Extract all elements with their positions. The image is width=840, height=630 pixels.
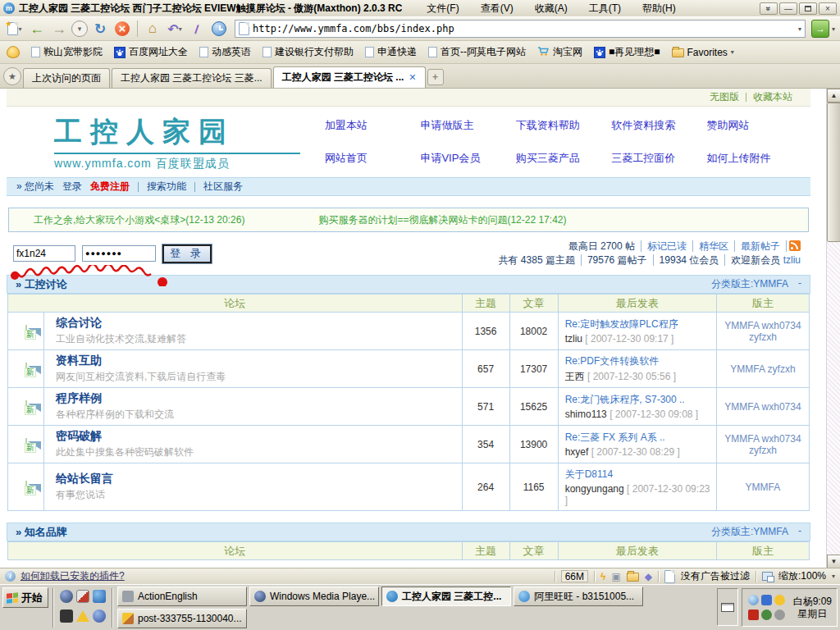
forum-link[interactable]: 给站长留言 (56, 472, 460, 486)
tray-timer-icon[interactable] (774, 609, 785, 620)
no-image-link[interactable]: 无图版 (710, 90, 739, 104)
menu-tools[interactable]: 工具(T) (587, 1, 623, 16)
moderators-links[interactable]: YMMFA wxh0734 zyfzxh (716, 313, 809, 350)
forum-link[interactable]: 资料互助 (56, 354, 460, 368)
link-vip-member[interactable]: 申请VIP会员 (420, 151, 515, 166)
forum-link[interactable]: 密码破解 (56, 429, 460, 444)
bookmark-item[interactable]: 鞍山宽带影院 (31, 45, 103, 59)
mark-read-link[interactable]: 标记已读 (641, 240, 693, 252)
taskbar-clock[interactable]: 白杨9:09 星期日 (792, 596, 832, 620)
new-tab-icon[interactable]: ★▾ (5, 19, 25, 39)
vertical-scrollbar[interactable]: ▲ ▼ (826, 89, 840, 568)
tray-volume-icon[interactable] (761, 609, 772, 620)
windows-icon[interactable]: ▣ (611, 571, 620, 582)
task-media-player[interactable]: Windows Media Playe... (249, 587, 379, 606)
bookmark-item[interactable]: 建设银行支付帮助 (262, 45, 354, 59)
tab-last-visited[interactable]: 上次访问的页面 (23, 68, 110, 88)
link-join-site[interactable]: 加盟本站 (325, 118, 420, 133)
stop-icon[interactable]: × (112, 19, 132, 39)
tab-list-star-icon[interactable]: ★ (3, 67, 21, 85)
forum-link[interactable]: 综合讨论 (56, 316, 460, 331)
site-logo[interactable]: 工控人家园 www.ymmfa.com 百度联盟成员 (54, 113, 300, 171)
quick-app-icon[interactable] (93, 609, 106, 623)
tray-input-method-icon[interactable] (748, 609, 759, 620)
password-input[interactable] (82, 245, 156, 262)
collapse-section-icon[interactable]: - (798, 525, 801, 539)
task-maxthon-active[interactable]: 工控人家园 三菱工控... (381, 587, 511, 606)
quick-warning-icon[interactable] (76, 610, 89, 622)
tab-forum-1[interactable]: 工控人家园 三菱工控论坛 三菱... (112, 68, 272, 88)
keyboard-tray-section[interactable] (717, 588, 738, 626)
link-sponsor[interactable]: 赞助网站 (707, 118, 802, 133)
quick-media-player-icon[interactable] (60, 590, 73, 603)
menu-help[interactable]: 帮助(H) (641, 1, 678, 16)
bookmark-item[interactable]: 申通快递 (365, 45, 417, 59)
history-clock-icon[interactable] (209, 19, 229, 39)
bookmark-item[interactable]: 百度网址大全 (114, 45, 188, 59)
task-aliwangwang[interactable]: 阿里旺旺 - b3151005... (514, 587, 643, 606)
community-service-link[interactable]: 社区服务 (203, 180, 243, 194)
new-member-link[interactable]: tzliu (783, 254, 801, 266)
category-moderator-link[interactable]: 分类版主:YMMFA (711, 277, 788, 291)
menu-file[interactable]: 文件(F) (425, 1, 460, 16)
tray-app-icon[interactable] (761, 595, 772, 605)
zoom-dropdown-icon[interactable]: ▾ (832, 573, 835, 580)
collapse-section-icon[interactable]: - (798, 277, 801, 291)
close-button[interactable]: × (819, 2, 837, 15)
link-buy-mitsubishi[interactable]: 购买三菱产品 (516, 151, 611, 166)
bookmark-item[interactable]: 动感英语 (199, 45, 251, 59)
register-link[interactable]: 免费注册 (90, 180, 130, 194)
last-post-author[interactable]: hxyef (565, 446, 589, 458)
address-bar[interactable]: ▾ (235, 20, 806, 38)
scroll-down-icon[interactable]: ▼ (827, 555, 840, 568)
bookmark-item[interactable]: 淘宝网 (537, 45, 582, 59)
link-upload-help[interactable]: 如何上传附件 (707, 151, 802, 166)
newest-posts-link[interactable]: 最新帖子 (735, 240, 787, 252)
go-dropdown-icon[interactable]: ▾ (832, 25, 835, 33)
menu-favorites[interactable]: 收藏(A) (533, 1, 569, 16)
refresh-icon[interactable]: ↻ (90, 19, 110, 39)
menu-view[interactable]: 查看(V) (479, 1, 515, 16)
last-post-author[interactable]: 王西 (565, 371, 585, 382)
restore-button[interactable] (799, 2, 817, 15)
last-post-author[interactable]: kongyungang (565, 483, 624, 495)
tray-clock-icon[interactable] (748, 595, 759, 605)
last-post-author[interactable]: tzliu (565, 333, 582, 345)
go-button[interactable]: → (811, 20, 829, 38)
category-moderator-link[interactable]: 分类版主:YMMFA (711, 525, 788, 539)
username-input[interactable] (13, 245, 75, 262)
moderators-links[interactable]: YMMFA zyfzxh (716, 350, 809, 388)
digest-link[interactable]: 精华区 (693, 240, 735, 252)
minimize-button[interactable]: — (779, 2, 797, 15)
favorites-shield-icon[interactable] (7, 46, 20, 58)
new-tab-plus-icon[interactable]: + (427, 69, 444, 85)
task-actionenglish[interactable]: ActionEnglish (117, 587, 247, 606)
task-post-file[interactable]: post-333755-1130040... (117, 609, 247, 628)
bookmark-item[interactable]: 首页--阿莫电子网站 (428, 45, 526, 59)
announcement-link[interactable]: 工作之余,给大家玩个小游戏<桌球>(12-13 20:26) (34, 213, 244, 227)
quick-browser-icon[interactable] (93, 590, 106, 603)
uninstall-plugin-link[interactable]: 如何卸载已安装的插件? (21, 569, 125, 583)
link-site-home[interactable]: 网站首页 (325, 151, 420, 166)
link-software-search[interactable]: 软件资料搜索 (611, 118, 706, 133)
scrollbar-thumb[interactable] (827, 103, 840, 242)
recent-pages-icon[interactable]: ▾ (71, 21, 88, 37)
link-price-list[interactable]: 三菱工控面价 (611, 151, 706, 166)
address-dropdown-icon[interactable]: ▾ (798, 25, 801, 33)
announcement-link[interactable]: 购买服务器的计划==彻底解决网站卡的问题(12-22 17:42) (318, 213, 566, 227)
quick-messenger-icon[interactable] (60, 609, 73, 623)
magic-wand-icon[interactable]: / (185, 17, 208, 39)
zoom-level[interactable]: 缩放:100% (778, 569, 826, 583)
lightning-icon[interactable]: ϟ (600, 571, 605, 582)
favorites-folder-menu[interactable]: Favorites▾ (672, 47, 734, 58)
moderators-links[interactable]: YMMFA wxh0734 zyfzxh (716, 426, 809, 463)
scroll-up-icon[interactable]: ▲ (827, 89, 840, 103)
last-post-link[interactable]: Re:龙门铣床程序, S7-300 .. (565, 393, 714, 407)
rss-icon[interactable] (789, 240, 801, 251)
bookmark-site-link[interactable]: 收藏本站 (753, 90, 792, 104)
collapse-toolbar-button[interactable]: » (760, 2, 778, 15)
plugin-diamond-icon[interactable]: ◆ (645, 571, 652, 582)
last-post-link[interactable]: Re:三菱 FX 系列 A系 .. (565, 431, 714, 445)
moderators-links[interactable]: YMMFA wxh0734 (716, 388, 809, 426)
bookmark-item[interactable]: ■再见理想■ (594, 45, 660, 59)
